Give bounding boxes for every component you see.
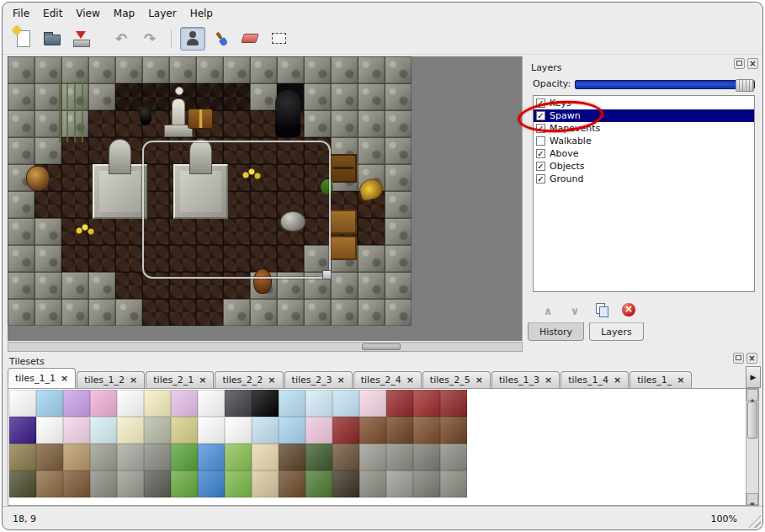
tilesets-float-button[interactable]: [733, 353, 744, 364]
map-canvas[interactable]: [8, 56, 412, 326]
tileset-tile[interactable]: [386, 444, 413, 471]
tileset-tile[interactable]: [198, 444, 225, 471]
opacity-slider-handle[interactable]: [736, 79, 754, 92]
tileset-tile[interactable]: [252, 444, 279, 471]
tab-close-icon[interactable]: [545, 375, 552, 386]
tileset-tile[interactable]: [359, 471, 386, 497]
tileset-tile[interactable]: [144, 390, 171, 417]
tileset-tile[interactable]: [9, 471, 36, 497]
layer-visibility-checkbox[interactable]: ✓: [536, 174, 545, 184]
tileset-tile[interactable]: [252, 471, 279, 497]
tileset-tile[interactable]: [305, 417, 332, 444]
tileset-tile[interactable]: [305, 390, 332, 417]
layer-visibility-checkbox[interactable]: [536, 136, 545, 146]
tileset-tile[interactable]: [171, 390, 198, 417]
tileset-tile[interactable]: [386, 390, 413, 417]
tileset-tile[interactable]: [332, 444, 359, 471]
tileset-tile[interactable]: [171, 417, 198, 444]
tileset-tile[interactable]: [36, 390, 63, 417]
layer-visibility-checkbox[interactable]: ✓: [536, 162, 545, 171]
scrollbar-thumb[interactable]: [362, 343, 401, 350]
tab-close-icon[interactable]: [268, 375, 275, 386]
tileset-tile[interactable]: [171, 471, 198, 497]
tileset-tile[interactable]: [440, 417, 467, 444]
layer-visibility-checkbox[interactable]: ✓: [536, 149, 545, 158]
brush-tool-button[interactable]: [209, 27, 234, 51]
tileset-tile[interactable]: [413, 390, 440, 417]
tileset-tile[interactable]: [63, 471, 90, 497]
tileset-tile[interactable]: [359, 417, 386, 444]
redo-button[interactable]: [137, 27, 162, 51]
layer-row-keys[interactable]: ✓Keys: [534, 97, 754, 109]
tileset-tile[interactable]: [63, 390, 90, 417]
tileset-tile[interactable]: [252, 390, 279, 417]
tileset-tile[interactable]: [440, 444, 467, 471]
tileset-tile[interactable]: [90, 444, 117, 471]
tileset-tile[interactable]: [117, 390, 144, 417]
tab-layers[interactable]: Layers: [589, 322, 643, 341]
tileset-tile[interactable]: [117, 471, 144, 497]
tileset-tile[interactable]: [198, 390, 225, 417]
select-tool-button[interactable]: [266, 27, 291, 51]
tileset-tile[interactable]: [386, 417, 413, 444]
undo-button[interactable]: [109, 27, 134, 51]
tileset-tile[interactable]: [279, 390, 305, 417]
tileset-tile[interactable]: [332, 390, 359, 417]
tileset-tile[interactable]: [36, 417, 63, 444]
delete-layer-button[interactable]: [622, 303, 635, 317]
layer-visibility-checkbox[interactable]: ✓: [536, 111, 545, 120]
move-layer-down-button[interactable]: [568, 302, 582, 318]
selection-resize-handle[interactable]: [322, 270, 332, 279]
layer-row-ground[interactable]: ✓Ground: [534, 173, 754, 185]
tileset-tab-tiles_2_2[interactable]: tiles_2_2: [215, 371, 283, 388]
tileset-tile[interactable]: [386, 471, 413, 497]
menu-item-map[interactable]: Map: [107, 5, 141, 22]
tileset-tile[interactable]: [36, 471, 63, 497]
tab-close-icon[interactable]: [199, 375, 206, 386]
save-button[interactable]: [68, 27, 93, 51]
tileset-tile[interactable]: [9, 417, 36, 444]
tileset-tile[interactable]: [9, 444, 36, 471]
tileset-tile[interactable]: [90, 417, 117, 444]
panel-float-button[interactable]: [734, 58, 745, 69]
tileset-tile[interactable]: [117, 444, 144, 471]
tileset-tile[interactable]: [198, 417, 225, 444]
tileset-tile[interactable]: [305, 471, 332, 497]
tileset-tile[interactable]: [90, 471, 117, 497]
tilesets-close-button[interactable]: [746, 353, 757, 364]
tileset-tile[interactable]: [90, 390, 117, 417]
tileset-tile[interactable]: [332, 471, 359, 497]
tileset-tile[interactable]: [440, 471, 467, 497]
layer-row-walkable[interactable]: Walkable: [534, 135, 754, 147]
tab-close-icon[interactable]: [614, 375, 621, 386]
tileset-tab-tiles_1_2[interactable]: tiles_1_2: [77, 371, 145, 388]
menu-item-layer[interactable]: Layer: [141, 5, 183, 22]
selection-rect[interactable]: [142, 141, 331, 279]
tileset-tab-tiles_1_3[interactable]: tiles_1_3: [491, 371, 560, 388]
tileset-tile[interactable]: [144, 444, 171, 471]
tileset-tile[interactable]: [144, 417, 171, 444]
tileset-tile[interactable]: [359, 390, 386, 417]
tileset-tile[interactable]: [117, 417, 144, 444]
tileset-tile[interactable]: [225, 471, 252, 497]
menu-item-edit[interactable]: Edit: [36, 5, 69, 22]
layer-row-above[interactable]: ✓Above: [534, 147, 754, 160]
tab-close-icon[interactable]: [677, 375, 684, 386]
tileset-tab-tiles_2_4[interactable]: tiles_2_4: [353, 371, 422, 388]
tileset-tile[interactable]: [413, 444, 440, 471]
layer-row-objects[interactable]: ✓Objects: [534, 160, 754, 173]
tileset-tile[interactable]: [198, 471, 225, 497]
tab-close-icon[interactable]: [475, 375, 483, 386]
panel-close-button[interactable]: [747, 58, 758, 69]
tileset-tile[interactable]: [225, 444, 252, 471]
duplicate-layer-button[interactable]: [595, 303, 608, 317]
tileset-tile[interactable]: [171, 444, 198, 471]
tileset-tab-tiles_1_1[interactable]: tiles_1_1: [8, 368, 76, 388]
tileset-tab-tiles_2_1[interactable]: tiles_2_1: [146, 371, 214, 388]
map-viewport[interactable]: [8, 56, 523, 341]
layer-row-mapevents[interactable]: ✓Mapevents: [534, 122, 754, 135]
tileset-tile[interactable]: [63, 417, 90, 444]
scroll-down-button[interactable]: [746, 493, 758, 505]
tileset-tile[interactable]: [413, 471, 440, 497]
resize-grip[interactable]: [748, 515, 761, 528]
